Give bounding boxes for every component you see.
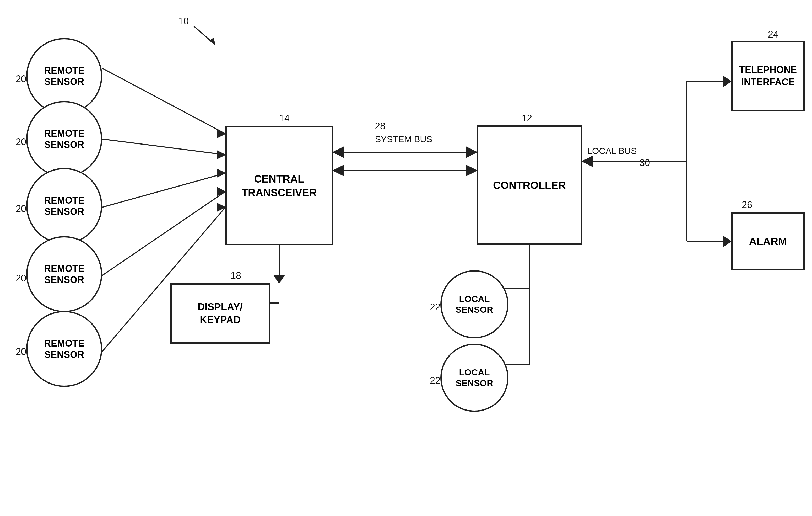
svg-marker-16 <box>333 165 343 176</box>
controller-box: CONTROLLER <box>477 126 582 245</box>
svg-line-3 <box>102 139 225 155</box>
svg-marker-21 <box>723 76 731 87</box>
display-keypad-box: DISPLAY/ KEYPAD <box>170 283 270 344</box>
svg-marker-9 <box>218 169 225 177</box>
svg-marker-8 <box>218 151 225 159</box>
ref-ct: 14 <box>279 113 290 124</box>
connection-lines <box>0 0 812 516</box>
ref-dk: 18 <box>231 270 241 281</box>
svg-line-2 <box>102 68 225 134</box>
ref-rs3: 20 <box>16 203 26 214</box>
ref-rs2: 20 <box>16 136 26 147</box>
svg-marker-14 <box>467 147 477 157</box>
ref-rs5: 20 <box>16 346 26 357</box>
ref-alarm: 26 <box>742 199 752 210</box>
ref-ls2: 22 <box>430 375 440 386</box>
remote-sensor-5: REMOTE SENSOR <box>26 311 102 387</box>
telephone-interface-box: TELEPHONE INTERFACE <box>731 40 805 111</box>
svg-marker-17 <box>467 165 477 176</box>
svg-marker-13 <box>333 147 343 157</box>
ref-rs4: 20 <box>16 273 26 284</box>
ref-ls1: 22 <box>430 302 440 313</box>
remote-sensor-2: REMOTE SENSOR <box>26 101 102 177</box>
ref-ti: 24 <box>768 29 779 40</box>
svg-line-4 <box>102 173 225 207</box>
svg-line-5 <box>102 191 225 275</box>
local-bus-label: LOCAL BUS <box>587 145 637 156</box>
central-transceiver-box: CENTRAL TRANSCEIVER <box>225 126 333 245</box>
svg-marker-24 <box>723 236 731 247</box>
local-sensor-1: LOCAL SENSOR <box>440 270 509 338</box>
svg-marker-31 <box>274 275 284 283</box>
ref-sb: 28 <box>375 121 385 132</box>
remote-sensor-4: REMOTE SENSOR <box>26 236 102 312</box>
svg-marker-25 <box>582 156 592 167</box>
ref-lb: 30 <box>640 157 650 168</box>
svg-marker-7 <box>218 130 225 138</box>
alarm-box: ALARM <box>731 213 805 270</box>
system-bus-label: SYSTEM BUS <box>364 134 443 144</box>
local-sensor-2: LOCAL SENSOR <box>440 344 509 412</box>
remote-sensor-3: REMOTE SENSOR <box>26 168 102 244</box>
ref-rs1: 20 <box>16 74 26 84</box>
svg-marker-11 <box>218 203 225 211</box>
ref-ctrl: 12 <box>522 113 532 124</box>
svg-marker-1 <box>210 38 215 45</box>
diagram: 10 <box>0 0 812 516</box>
